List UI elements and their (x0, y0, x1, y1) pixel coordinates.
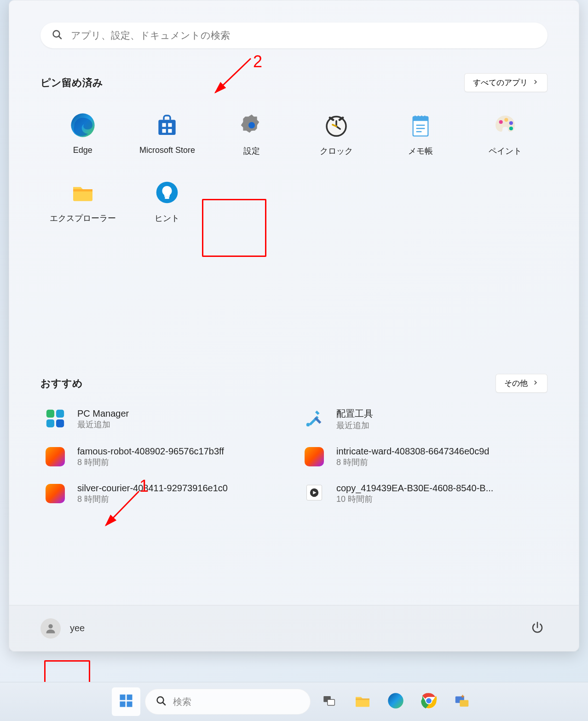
pinned-title: ピン留め済み (40, 76, 103, 90)
media-file-icon (304, 483, 324, 505)
taskbar-chrome[interactable] (415, 687, 443, 716)
taskbar: 検索 (0, 682, 588, 721)
svg-rect-35 (356, 698, 369, 700)
app-generic-icon (453, 692, 471, 711)
svg-point-13 (504, 118, 508, 122)
rec-title: copy_419439EA-B30E-4608-8540-B... (336, 483, 493, 494)
recommended-header: おすすめ その他 (40, 374, 548, 393)
pc-manager-icon (45, 408, 66, 431)
annotation-2: 2 (253, 52, 262, 71)
rec-title: famous-robot-408902-96576c17b3ff (77, 446, 224, 457)
app-explorer[interactable]: エクスプローラー (40, 174, 125, 228)
search-icon (52, 29, 63, 42)
user-button[interactable]: yee (40, 618, 85, 639)
task-view-button[interactable] (315, 687, 344, 716)
taskbar-app-generic[interactable] (448, 687, 476, 716)
recommended-grid: PC Manager最近追加 配置工具最近追加 famous-robot-408… (40, 407, 548, 505)
all-apps-label: すべてのアプリ (473, 77, 528, 88)
rec-sub: 8 時間前 (77, 494, 228, 505)
taskbar-explorer[interactable] (348, 687, 377, 716)
gear-icon (239, 112, 265, 140)
paint-icon (492, 112, 518, 140)
recommended-item[interactable]: silver-courier-408411-92973916e1c08 時間前 (44, 483, 285, 505)
rec-title: 配置工具 (336, 407, 373, 420)
tools-icon (304, 408, 325, 431)
pinned-header: ピン留め済み すべてのアプリ (40, 73, 548, 92)
firefox-icon (46, 447, 65, 466)
svg-rect-30 (120, 702, 126, 707)
svg-rect-6 (168, 129, 172, 133)
all-apps-button[interactable]: すべてのアプリ (464, 73, 548, 92)
lightbulb-icon (154, 180, 180, 207)
svg-rect-41 (460, 700, 468, 706)
svg-rect-19 (46, 409, 54, 417)
svg-point-8 (248, 122, 255, 128)
app-label: 設定 (243, 145, 260, 157)
windows-icon (118, 692, 134, 711)
taskbar-edge[interactable] (381, 687, 410, 716)
rec-sub: 8 時間前 (336, 457, 489, 468)
svg-rect-5 (162, 129, 166, 133)
app-tips[interactable]: ヒント (125, 174, 210, 228)
rec-title: PC Manager (77, 408, 129, 419)
power-button[interactable] (527, 618, 548, 639)
taskbar-search[interactable]: 検索 (145, 689, 311, 715)
svg-point-36 (388, 693, 403, 708)
folder-icon (353, 692, 372, 712)
app-label: Microsoft Store (139, 145, 195, 155)
app-settings[interactable]: 設定 (209, 107, 294, 161)
firefox-icon (46, 484, 65, 503)
edge-icon (70, 112, 96, 140)
avatar (40, 618, 61, 639)
svg-rect-31 (127, 702, 133, 707)
app-clock[interactable]: クロック (294, 107, 379, 161)
rec-title: silver-courier-408411-92973916e1c0 (77, 483, 228, 494)
annotation-highlight-settings (202, 199, 266, 257)
notepad-icon (408, 112, 433, 140)
svg-rect-21 (46, 419, 54, 427)
recommended-item[interactable]: 配置工具最近追加 (303, 407, 544, 431)
rec-title: intricate-ward-408308-6647346e0c9d (336, 446, 489, 457)
app-notepad[interactable]: メモ帳 (379, 107, 463, 161)
taskbar-search-label: 検索 (173, 696, 191, 708)
svg-rect-29 (127, 695, 133, 700)
svg-rect-3 (162, 123, 166, 127)
power-icon (530, 621, 544, 636)
svg-rect-17 (165, 197, 169, 199)
recommended-item[interactable]: famous-robot-408902-96576c17b3ff8 時間前 (44, 446, 285, 468)
app-label: ヒント (155, 213, 179, 224)
svg-rect-4 (168, 123, 172, 127)
search-input[interactable] (71, 30, 536, 41)
task-view-icon (322, 693, 337, 710)
edge-icon (386, 692, 405, 712)
app-store[interactable]: Microsoft Store (125, 107, 210, 161)
app-label: ペイント (489, 145, 522, 157)
recommended-item[interactable]: copy_419439EA-B30E-4608-8540-B...10 時間前 (303, 483, 544, 505)
app-label: メモ帳 (408, 145, 433, 157)
folder-icon (70, 180, 96, 207)
clock-icon (323, 112, 349, 140)
recommended-item[interactable]: PC Manager最近追加 (44, 407, 285, 431)
rec-sub: 最近追加 (336, 420, 373, 431)
app-label: エクスプローラー (50, 213, 116, 224)
app-paint[interactable]: ペイント (463, 107, 548, 161)
svg-rect-34 (328, 699, 335, 705)
svg-rect-22 (56, 419, 64, 427)
app-label: Edge (73, 145, 92, 155)
start-button[interactable] (112, 687, 140, 716)
rec-sub: 最近追加 (77, 419, 129, 430)
username: yee (70, 623, 85, 634)
svg-rect-20 (56, 409, 64, 417)
rec-sub: 10 時間前 (336, 494, 493, 505)
svg-rect-28 (120, 695, 126, 700)
firefox-icon (305, 447, 324, 466)
recommended-item[interactable]: intricate-ward-408308-6647346e0c9d8 時間前 (303, 446, 544, 468)
rec-sub: 8 時間前 (77, 457, 224, 468)
chevron-right-icon (532, 78, 539, 87)
svg-point-14 (509, 121, 513, 125)
store-icon (154, 112, 180, 140)
search-bar[interactable] (40, 23, 548, 48)
app-edge[interactable]: Edge (40, 107, 125, 161)
more-button[interactable]: その他 (496, 374, 548, 393)
start-bottom-bar: yee (9, 605, 579, 651)
